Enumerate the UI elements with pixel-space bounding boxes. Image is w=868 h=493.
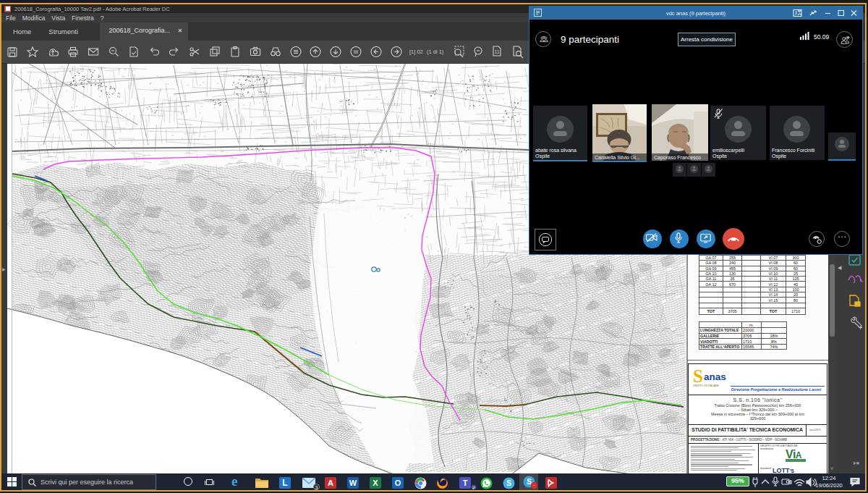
svg-text:S: S — [506, 479, 511, 487]
svg-text:11: 11 — [495, 49, 500, 54]
